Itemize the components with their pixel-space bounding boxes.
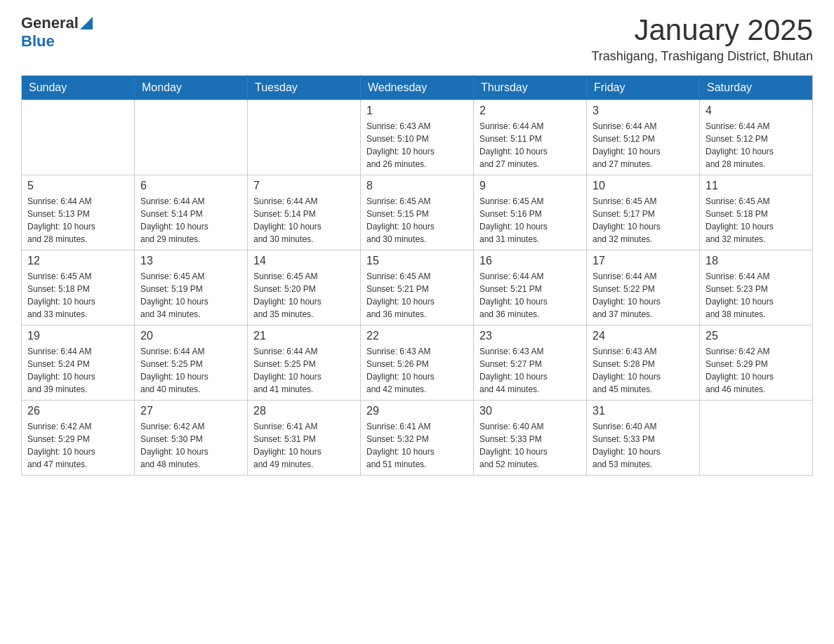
calendar-cell: 3Sunrise: 6:44 AM Sunset: 5:12 PM Daylig… (587, 100, 700, 175)
logo-blue-text: Blue (21, 32, 55, 50)
day-number: 16 (479, 255, 581, 267)
day-number: 4 (706, 105, 807, 117)
day-number: 1 (366, 105, 468, 117)
day-info: Sunrise: 6:42 AM Sunset: 5:29 PM Dayligh… (706, 345, 807, 396)
day-info: Sunrise: 6:44 AM Sunset: 5:12 PM Dayligh… (706, 120, 807, 170)
day-info: Sunrise: 6:45 AM Sunset: 5:19 PM Dayligh… (140, 270, 241, 321)
calendar-cell: 1Sunrise: 6:43 AM Sunset: 5:10 PM Daylig… (361, 100, 474, 175)
month-title: January 2025 (592, 14, 814, 46)
day-number: 21 (253, 330, 355, 342)
day-number: 28 (253, 405, 355, 417)
calendar-table: SundayMondayTuesdayWednesdayThursdayFrid… (21, 75, 813, 476)
day-number: 6 (140, 180, 241, 192)
day-number: 13 (140, 255, 241, 267)
calendar-header-wednesday: Wednesday (361, 76, 474, 100)
calendar-header-tuesday: Tuesday (248, 76, 361, 100)
calendar-cell: 18Sunrise: 6:44 AM Sunset: 5:23 PM Dayli… (700, 250, 813, 326)
day-info: Sunrise: 6:44 AM Sunset: 5:22 PM Dayligh… (593, 270, 694, 321)
calendar-cell: 30Sunrise: 6:40 AM Sunset: 5:33 PM Dayli… (474, 401, 587, 476)
calendar-week-row: 26Sunrise: 6:42 AM Sunset: 5:29 PM Dayli… (22, 401, 813, 476)
day-info: Sunrise: 6:40 AM Sunset: 5:33 PM Dayligh… (479, 420, 581, 471)
calendar-cell: 15Sunrise: 6:45 AM Sunset: 5:21 PM Dayli… (361, 250, 474, 326)
calendar-cell: 25Sunrise: 6:42 AM Sunset: 5:29 PM Dayli… (700, 326, 813, 401)
day-number: 5 (27, 180, 128, 192)
calendar-cell: 8Sunrise: 6:45 AM Sunset: 5:15 PM Daylig… (361, 175, 474, 250)
logo: General Blue (21, 14, 93, 51)
calendar-cell (22, 100, 135, 175)
day-info: Sunrise: 6:43 AM Sunset: 5:10 PM Dayligh… (366, 120, 468, 170)
calendar-cell: 12Sunrise: 6:45 AM Sunset: 5:18 PM Dayli… (22, 250, 135, 326)
calendar-header-monday: Monday (135, 76, 248, 100)
day-info: Sunrise: 6:44 AM Sunset: 5:25 PM Dayligh… (140, 345, 241, 396)
day-number: 29 (366, 405, 468, 417)
day-number: 31 (593, 405, 694, 417)
calendar-header-thursday: Thursday (474, 76, 587, 100)
day-info: Sunrise: 6:44 AM Sunset: 5:21 PM Dayligh… (479, 270, 581, 321)
day-number: 24 (593, 330, 694, 342)
day-number: 27 (140, 405, 241, 417)
logo-general-text: General (21, 14, 79, 32)
calendar-week-row: 1Sunrise: 6:43 AM Sunset: 5:10 PM Daylig… (22, 100, 813, 175)
calendar-cell (248, 100, 361, 175)
calendar-cell: 24Sunrise: 6:43 AM Sunset: 5:28 PM Dayli… (587, 326, 700, 401)
calendar-cell (135, 100, 248, 175)
calendar-cell: 9Sunrise: 6:45 AM Sunset: 5:16 PM Daylig… (474, 175, 587, 250)
calendar-cell: 17Sunrise: 6:44 AM Sunset: 5:22 PM Dayli… (587, 250, 700, 326)
logo-triangle-icon (80, 17, 93, 29)
calendar-cell: 20Sunrise: 6:44 AM Sunset: 5:25 PM Dayli… (135, 326, 248, 401)
calendar-cell: 21Sunrise: 6:44 AM Sunset: 5:25 PM Dayli… (248, 326, 361, 401)
calendar-cell: 31Sunrise: 6:40 AM Sunset: 5:33 PM Dayli… (587, 401, 700, 476)
day-number: 30 (479, 405, 581, 417)
day-info: Sunrise: 6:43 AM Sunset: 5:28 PM Dayligh… (593, 345, 694, 396)
day-number: 10 (593, 180, 694, 192)
calendar-cell: 2Sunrise: 6:44 AM Sunset: 5:11 PM Daylig… (474, 100, 587, 175)
calendar-cell: 6Sunrise: 6:44 AM Sunset: 5:14 PM Daylig… (135, 175, 248, 250)
calendar-header-sunday: Sunday (22, 76, 135, 100)
day-info: Sunrise: 6:40 AM Sunset: 5:33 PM Dayligh… (593, 420, 694, 471)
day-info: Sunrise: 6:44 AM Sunset: 5:23 PM Dayligh… (706, 270, 807, 321)
calendar-cell: 26Sunrise: 6:42 AM Sunset: 5:29 PM Dayli… (22, 401, 135, 476)
calendar-cell: 11Sunrise: 6:45 AM Sunset: 5:18 PM Dayli… (700, 175, 813, 250)
day-number: 12 (27, 255, 128, 267)
calendar-cell: 16Sunrise: 6:44 AM Sunset: 5:21 PM Dayli… (474, 250, 587, 326)
day-info: Sunrise: 6:44 AM Sunset: 5:13 PM Dayligh… (27, 195, 128, 246)
day-number: 17 (593, 255, 694, 267)
day-info: Sunrise: 6:45 AM Sunset: 5:18 PM Dayligh… (706, 195, 807, 246)
day-info: Sunrise: 6:44 AM Sunset: 5:24 PM Dayligh… (27, 345, 128, 396)
day-info: Sunrise: 6:44 AM Sunset: 5:12 PM Dayligh… (593, 120, 694, 170)
day-number: 19 (27, 330, 128, 342)
day-number: 2 (479, 105, 581, 117)
day-info: Sunrise: 6:45 AM Sunset: 5:16 PM Dayligh… (479, 195, 581, 246)
calendar-week-row: 19Sunrise: 6:44 AM Sunset: 5:24 PM Dayli… (22, 326, 813, 401)
day-info: Sunrise: 6:44 AM Sunset: 5:25 PM Dayligh… (253, 345, 355, 396)
calendar-header-row: SundayMondayTuesdayWednesdayThursdayFrid… (22, 76, 813, 100)
calendar-cell: 28Sunrise: 6:41 AM Sunset: 5:31 PM Dayli… (248, 401, 361, 476)
calendar-cell: 13Sunrise: 6:45 AM Sunset: 5:19 PM Dayli… (135, 250, 248, 326)
day-number: 9 (479, 180, 581, 192)
day-info: Sunrise: 6:42 AM Sunset: 5:29 PM Dayligh… (27, 420, 128, 471)
calendar-header-friday: Friday (587, 76, 700, 100)
calendar-cell: 23Sunrise: 6:43 AM Sunset: 5:27 PM Dayli… (474, 326, 587, 401)
calendar-cell: 10Sunrise: 6:45 AM Sunset: 5:17 PM Dayli… (587, 175, 700, 250)
day-info: Sunrise: 6:44 AM Sunset: 5:11 PM Dayligh… (479, 120, 581, 170)
day-info: Sunrise: 6:45 AM Sunset: 5:15 PM Dayligh… (366, 195, 468, 246)
day-number: 20 (140, 330, 241, 342)
day-number: 18 (706, 255, 807, 267)
day-number: 25 (706, 330, 807, 342)
day-info: Sunrise: 6:45 AM Sunset: 5:18 PM Dayligh… (27, 270, 128, 321)
day-info: Sunrise: 6:43 AM Sunset: 5:27 PM Dayligh… (479, 345, 581, 396)
calendar-cell (700, 401, 813, 476)
day-number: 7 (253, 180, 355, 192)
day-number: 22 (366, 330, 468, 342)
day-number: 14 (253, 255, 355, 267)
day-info: Sunrise: 6:44 AM Sunset: 5:14 PM Dayligh… (253, 195, 355, 246)
calendar-cell: 14Sunrise: 6:45 AM Sunset: 5:20 PM Dayli… (248, 250, 361, 326)
day-info: Sunrise: 6:45 AM Sunset: 5:20 PM Dayligh… (253, 270, 355, 321)
title-area: January 2025 Trashigang, Trashigang Dist… (592, 14, 814, 64)
day-info: Sunrise: 6:41 AM Sunset: 5:31 PM Dayligh… (253, 420, 355, 471)
day-info: Sunrise: 6:44 AM Sunset: 5:14 PM Dayligh… (140, 195, 241, 246)
calendar-cell: 7Sunrise: 6:44 AM Sunset: 5:14 PM Daylig… (248, 175, 361, 250)
day-number: 26 (27, 405, 128, 417)
calendar-cell: 4Sunrise: 6:44 AM Sunset: 5:12 PM Daylig… (700, 100, 813, 175)
calendar-cell: 29Sunrise: 6:41 AM Sunset: 5:32 PM Dayli… (361, 401, 474, 476)
